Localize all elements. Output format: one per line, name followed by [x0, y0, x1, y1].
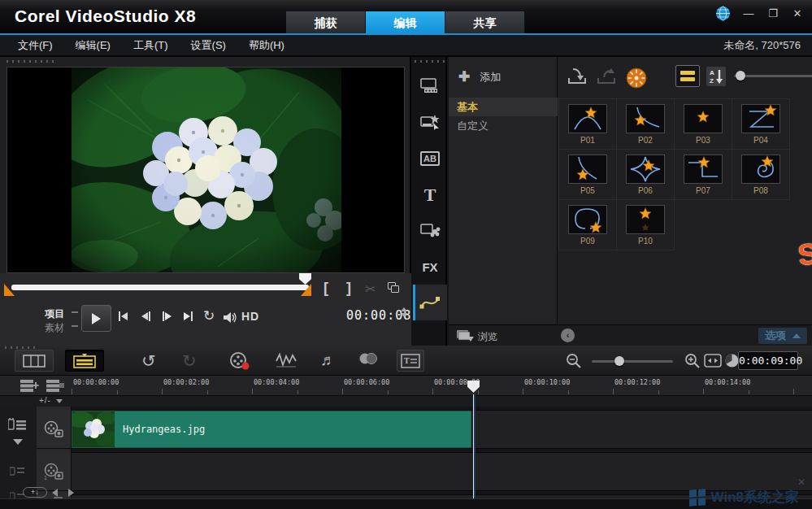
track-manager-icon[interactable]	[46, 379, 65, 392]
watermark-close-icon[interactable]: ✕	[797, 476, 805, 488]
path-item-P10[interactable]: P10	[616, 199, 675, 250]
close-button[interactable]: ✕	[791, 7, 804, 20]
video-track-lane[interactable]: Hydrangeas.jpg	[72, 410, 812, 449]
filter-button[interactable]: FX	[413, 250, 447, 284]
category-自定义[interactable]: 自定义	[449, 116, 558, 135]
overlay-track-header[interactable]: 1	[37, 452, 71, 491]
zoom-in-icon[interactable]	[684, 353, 701, 369]
panel-grip[interactable]	[7, 60, 54, 63]
menu-item[interactable]: 设置(S)	[191, 38, 226, 53]
zoom-out-icon[interactable]	[566, 353, 582, 369]
show-title-toggle[interactable]	[675, 65, 700, 87]
play-button[interactable]	[81, 305, 111, 332]
import-icon[interactable]	[567, 67, 589, 86]
show-all-tracks-icon[interactable]	[20, 379, 39, 392]
mark-out-button[interactable]: ]	[346, 280, 351, 297]
undo-icon[interactable]: ↺	[141, 351, 156, 371]
add-track-button[interactable]: +↓	[23, 487, 47, 498]
redo-icon[interactable]: ↻	[182, 351, 197, 371]
motion-path-button[interactable]	[413, 285, 447, 320]
collapse-left-button[interactable]: ‹	[561, 328, 575, 342]
export-icon[interactable]	[596, 67, 619, 86]
repeat-icon[interactable]: ↻	[203, 307, 215, 324]
timecode-spinner[interactable]	[401, 307, 407, 317]
graphic-button[interactable]	[413, 213, 447, 247]
scroll-right-icon[interactable]	[68, 489, 74, 497]
storyboard-view-button[interactable]	[15, 350, 54, 372]
path-item-P02[interactable]: P02	[616, 98, 675, 150]
playhead-line[interactable]	[473, 394, 475, 509]
slider-thumb[interactable]	[736, 71, 745, 80]
timeline-timecode[interactable]: 0:00:09:00	[738, 351, 798, 370]
clip-hydrangeas[interactable]: Hydrangeas.jpg	[72, 411, 471, 448]
category-基本[interactable]: 基本	[449, 98, 558, 116]
ruler-tick	[523, 389, 523, 394]
overlay-lock-icon[interactable]	[10, 465, 24, 476]
hd-toggle[interactable]: HD	[241, 310, 259, 323]
add-category-button[interactable]: ✚ 添加	[458, 68, 501, 85]
video-track-icon	[43, 420, 64, 438]
pan-zoom-dial-icon[interactable]	[625, 67, 648, 89]
sound-mixer-icon[interactable]	[275, 351, 297, 369]
subtitle-editor-button[interactable]: T	[397, 350, 424, 372]
transition-button[interactable]: AB	[413, 141, 447, 176]
video-track-header[interactable]	[37, 410, 71, 449]
menu-item[interactable]: 工具(T)	[133, 38, 168, 53]
path-item-P06[interactable]: P06	[616, 149, 675, 200]
next-frame-button[interactable]	[163, 311, 172, 321]
timeline-view-button[interactable]	[65, 350, 104, 372]
menu-item[interactable]: 文件(F)	[18, 38, 53, 53]
track-transition-icon[interactable]	[358, 351, 379, 366]
tab-共享[interactable]: 共享	[445, 11, 525, 35]
ruler-tick	[207, 390, 208, 394]
track-add-remove-button[interactable]: +/-	[39, 396, 63, 405]
path-item-P05[interactable]: P05	[558, 149, 617, 200]
mark-in-button[interactable]: [	[323, 280, 328, 297]
ripple-edit-icon[interactable]	[8, 418, 28, 431]
scrubber-track[interactable]	[11, 285, 309, 290]
scroll-left-icon[interactable]	[52, 489, 58, 497]
enlarge-preview-icon[interactable]	[388, 282, 399, 293]
split-clip-icon[interactable]: ✂	[365, 281, 376, 297]
clip-mode-label[interactable]: 素材	[45, 321, 64, 335]
fit-project-icon[interactable]	[704, 354, 722, 368]
browse-label[interactable]: 浏览	[478, 330, 497, 344]
browse-icon[interactable]	[455, 328, 475, 343]
tab-捕获[interactable]: 捕获	[286, 11, 366, 35]
tab-编辑[interactable]: 编辑	[366, 11, 445, 35]
panel-grip[interactable]	[415, 60, 445, 63]
path-thumbnail	[568, 205, 607, 234]
options-button[interactable]: 选项	[758, 328, 807, 344]
path-item-P07[interactable]: P07	[674, 149, 732, 200]
overlay-track-lane[interactable]	[72, 452, 812, 491]
sort-icon[interactable]: A Z	[706, 67, 726, 86]
timeline-zoom-slider[interactable]	[592, 360, 673, 363]
record-capture-icon[interactable]	[229, 351, 250, 371]
globe-icon[interactable]	[715, 6, 731, 21]
path-item-P09[interactable]: P09	[558, 199, 617, 250]
go-to-end-button[interactable]	[184, 311, 193, 321]
media-icon	[419, 77, 441, 94]
title-button[interactable]: T	[413, 178, 447, 212]
previous-frame-button[interactable]	[141, 311, 150, 321]
minimize-button[interactable]: —	[742, 7, 755, 20]
panel-grip[interactable]	[5, 346, 37, 349]
path-item-P04[interactable]: P04	[732, 98, 790, 150]
timeline-ruler[interactable]: 00:00:00:0000:00:02:0000:00:04:0000:00:0…	[0, 376, 812, 396]
menu-item[interactable]: 编辑(E)	[76, 38, 111, 53]
path-item-P03[interactable]: P03	[674, 98, 732, 150]
slider-thumb[interactable]	[614, 356, 624, 366]
menu-item[interactable]: 帮助(H)	[249, 38, 284, 53]
media-library-button[interactable]	[413, 68, 447, 102]
path-item-P08[interactable]: P08	[732, 149, 790, 200]
thumbnail-size-slider[interactable]	[734, 75, 812, 77]
go-to-start-button[interactable]	[119, 311, 128, 321]
scrubber-playhead[interactable]	[299, 273, 311, 285]
instant-project-button[interactable]	[413, 105, 447, 139]
collapse-tracks-icon[interactable]	[13, 439, 23, 445]
path-item-P01[interactable]: P01	[558, 98, 617, 150]
project-mode-label[interactable]: 项目	[45, 307, 64, 321]
volume-icon[interactable]	[223, 311, 238, 324]
maximize-button[interactable]: ❐	[766, 7, 779, 20]
auto-music-icon[interactable]: ♬	[320, 351, 336, 369]
